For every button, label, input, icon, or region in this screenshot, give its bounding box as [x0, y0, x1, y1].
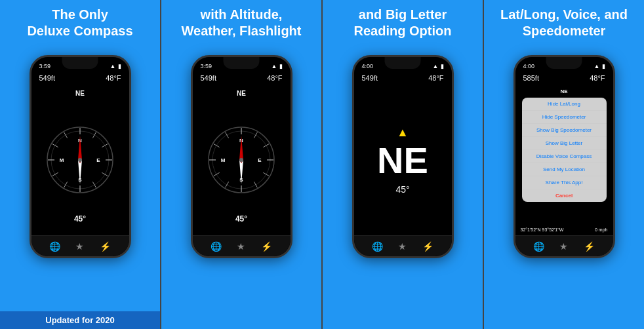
- phone-3-arrow: ▲: [397, 126, 409, 140]
- battery-icon-4: ▮: [602, 63, 605, 69]
- phone-2-info-bar: 549ft 48°F: [193, 71, 291, 85]
- svg-point-20: [78, 158, 82, 162]
- phone-1-altitude: 549ft: [39, 74, 55, 82]
- phone-1: 3:59 ▲ ▮ 549ft 48°F NE: [30, 55, 131, 258]
- menu-item-hide-speed: Hide Speedometer: [522, 111, 607, 124]
- wifi-icon-3: ▲: [433, 63, 439, 69]
- phone-2-status-right: ▲ ▮: [272, 63, 283, 69]
- flashlight-icon-3: ⚡: [422, 241, 433, 252]
- globe-icon-4: 🌐: [533, 241, 544, 252]
- phone-3-bottom-bar: 🌐 ★ ⚡: [354, 235, 452, 256]
- wifi-icon-4: ▲: [594, 63, 600, 69]
- svg-line-27: [254, 132, 257, 138]
- menu-item-location: Send My Location: [522, 163, 607, 176]
- panel-3-header: and Big LetterReading Option: [349, 0, 457, 52]
- phone-1-compass-screen: NE: [31, 85, 129, 235]
- svg-line-30: [254, 182, 257, 187]
- panel-1-phone-wrapper: 3:59 ▲ ▮ 549ft 48°F NE: [30, 52, 131, 311]
- menu-item-big-letter: Show Big Letter: [522, 137, 607, 150]
- phone-2-screen: 3:59 ▲ ▮ 549ft 48°F NE: [193, 57, 291, 256]
- svg-text:E: E: [258, 157, 262, 163]
- battery-icon: ▮: [118, 63, 121, 69]
- phone-3-time: 4:00: [362, 63, 374, 69]
- phone-1-time: 3:59: [39, 63, 51, 69]
- phone-4-direction: NE: [560, 87, 567, 94]
- phone-3-screen: 4:00 ▲ ▮ 549ft 48°F ▲ NE 45° 🌐: [354, 57, 452, 256]
- menu-item-voice: Disable Voice Compass: [522, 150, 607, 163]
- menu-item-cancel: Cancel: [522, 189, 607, 202]
- svg-line-8: [102, 172, 108, 176]
- phone-1-compass-svg: N E S M: [44, 124, 116, 196]
- panel-3: and Big LetterReading Option 4:00 ▲ ▮ 54…: [323, 0, 483, 329]
- phone-3-info-bar: 549ft 48°F: [354, 71, 452, 85]
- svg-line-11: [52, 172, 58, 176]
- phone-4-compass-area: NE Hide Lat/Long Hide Speedometer Show B…: [515, 85, 613, 223]
- phone-1-direction: NE: [75, 90, 85, 97]
- phone-2-degrees: 45°: [235, 214, 247, 223]
- phone-2-direction: NE: [237, 90, 246, 97]
- phone-4-altitude: 585ft: [523, 74, 539, 82]
- phone-2-compass-svg: N E S M: [205, 124, 277, 196]
- phone-1-temp: 48°F: [106, 74, 121, 82]
- svg-line-13: [64, 132, 68, 138]
- phone-4-bottom-bar: 🌐 ★ ⚡: [515, 235, 613, 256]
- battery-icon-3: ▮: [441, 63, 444, 69]
- phone-3-big-letter-screen: ▲ NE 45°: [354, 85, 452, 235]
- svg-line-28: [263, 144, 269, 147]
- svg-line-12: [52, 144, 58, 147]
- svg-text:M: M: [60, 157, 64, 163]
- flashlight-icon-4: ⚡: [584, 241, 595, 252]
- phone-3-status-bar: 4:00 ▲ ▮: [354, 57, 452, 71]
- phone-4-options-menu: Hide Lat/Long Hide Speedometer Show Big …: [522, 98, 607, 202]
- menu-item-big-speed: Show Big Speedometer: [522, 124, 607, 137]
- globe-icon-2: 🌐: [211, 241, 222, 252]
- panel-4: Lat/Long, Voice, andSpeedometer 4:00 ▲ ▮…: [484, 0, 644, 329]
- svg-text:M: M: [221, 157, 226, 163]
- svg-line-7: [102, 144, 108, 147]
- flashlight-icon-1: ⚡: [100, 241, 111, 252]
- svg-line-9: [92, 182, 96, 187]
- panel-2: with Altitude,Weather, Flashlight 3:59 ▲…: [161, 0, 321, 329]
- phone-2-time: 3:59: [201, 63, 212, 69]
- phone-4-info-bar: 585ft 48°F: [515, 71, 613, 85]
- panel-1-footer: Updated for 2020: [0, 311, 160, 329]
- svg-point-41: [239, 158, 243, 162]
- phone-2-temp: 48°F: [267, 74, 282, 82]
- globe-icon-1: 🌐: [49, 241, 60, 252]
- phone-4-time: 4:00: [523, 63, 535, 69]
- panel-2-header: with Altitude,Weather, Flashlight: [176, 0, 307, 52]
- phone-1-screen: 3:59 ▲ ▮ 549ft 48°F NE: [31, 57, 129, 256]
- svg-line-10: [64, 182, 68, 187]
- phone-4-screen: 4:00 ▲ ▮ 585ft 48°F NE Hide Lat/Long: [515, 57, 613, 256]
- phone-4-options-screen: NE Hide Lat/Long Hide Speedometer Show B…: [515, 85, 613, 235]
- phone-4-speed: 0 mph: [595, 227, 607, 232]
- phone-3-big-degrees: 45°: [395, 184, 409, 195]
- panel-1-header: The OnlyDeluxe Compass: [22, 0, 138, 52]
- battery-icon-2: ▮: [279, 63, 283, 69]
- globe-icon-3: 🌐: [372, 241, 383, 252]
- phone-2-bottom-bar: 🌐 ★ ⚡: [193, 235, 291, 256]
- phone-4-coords: 32°1'52"N 93°52'1"W: [521, 227, 564, 232]
- svg-line-29: [263, 172, 269, 176]
- phone-1-bottom-bar: 🌐 ★ ⚡: [31, 235, 129, 256]
- phone-1-status-bar: 3:59 ▲ ▮: [31, 57, 129, 71]
- phone-3: 4:00 ▲ ▮ 549ft 48°F ▲ NE 45° 🌐: [352, 55, 454, 258]
- flashlight-icon-2: ⚡: [261, 241, 272, 252]
- star-icon-1: ★: [75, 241, 84, 252]
- phone-1-status-right: ▲ ▮: [110, 63, 121, 69]
- phone-2-status-bar: 3:59 ▲ ▮: [193, 57, 291, 71]
- star-icon-2: ★: [237, 241, 245, 252]
- panel-1: The OnlyDeluxe Compass 3:59 ▲ ▮ 549ft 48…: [0, 0, 160, 329]
- panel-4-header: Lat/Long, Voice, andSpeedometer: [495, 0, 633, 52]
- phone-3-status-right: ▲ ▮: [433, 63, 444, 69]
- phone-4: 4:00 ▲ ▮ 585ft 48°F NE Hide Lat/Long: [513, 55, 615, 258]
- star-icon-3: ★: [398, 241, 407, 252]
- wifi-icon-2: ▲: [272, 63, 277, 69]
- menu-item-share: Share This App!: [522, 176, 607, 189]
- phone-1-degrees: 45°: [74, 214, 86, 223]
- phone-2: 3:59 ▲ ▮ 549ft 48°F NE: [191, 55, 292, 258]
- phone-3-temp: 48°F: [428, 74, 443, 82]
- panel-2-phone-wrapper: 3:59 ▲ ▮ 549ft 48°F NE: [191, 52, 292, 311]
- phone-2-compass-screen: NE: [193, 85, 291, 235]
- phone-4-status-right: ▲ ▮: [594, 63, 605, 69]
